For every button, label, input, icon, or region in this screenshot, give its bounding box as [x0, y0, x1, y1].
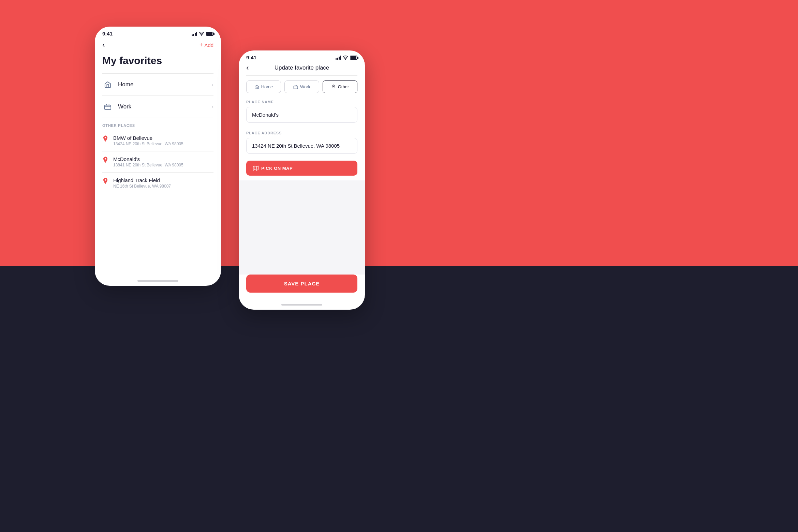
phone1-header: ‹ + Add	[95, 38, 221, 54]
bmw-place-item[interactable]: BMW of Bellevue 13424 NE 20th St Bellevu…	[95, 130, 221, 151]
pin-icon-mcdonalds	[102, 157, 108, 164]
mcdonalds-name: McDonald's	[113, 156, 183, 162]
pick-on-map-button[interactable]: PICK ON MAP	[246, 161, 357, 176]
wifi-icon-2	[343, 56, 348, 60]
work-arrow-icon: ›	[212, 104, 213, 109]
pin-icon-highland	[102, 178, 108, 185]
phone2-nav: ‹ Update favorite place	[239, 62, 365, 75]
add-label: Add	[204, 42, 213, 48]
work-label: Work	[118, 103, 212, 110]
home-indicator-1	[95, 276, 221, 286]
pick-map-label: PICK ON MAP	[261, 166, 293, 171]
status-icons-2	[336, 56, 358, 60]
battery-icon-2	[350, 56, 357, 60]
type-work-label: Work	[300, 84, 310, 89]
place-name-section: PLACE NAME	[239, 98, 365, 125]
background-bottom	[0, 266, 798, 532]
home-icon	[102, 79, 113, 90]
bmw-place-info: BMW of Bellevue 13424 NE 20th St Bellevu…	[113, 135, 183, 146]
home-label: Home	[118, 81, 212, 88]
bmw-name: BMW of Bellevue	[113, 135, 183, 141]
map-area	[239, 180, 365, 275]
place-address-section: PLACE ADDRESS	[239, 129, 365, 156]
other-places-label: OTHER PLACES	[95, 118, 221, 130]
place-name-input[interactable]	[246, 107, 357, 123]
highland-address: NE 16th St Bellevue, WA 98007	[113, 184, 171, 189]
home-arrow-icon: ›	[212, 82, 213, 87]
home-favorite-item[interactable]: Home ›	[95, 74, 221, 95]
type-home-label: Home	[261, 84, 273, 89]
add-plus-icon: +	[200, 42, 203, 49]
mcdonalds-place-item[interactable]: McDonald's 13841 NE 20th St Bellevue, WA…	[95, 151, 221, 172]
highland-place-item[interactable]: Highland Track Field NE 16th St Bellevue…	[95, 173, 221, 193]
place-address-label: PLACE ADDRESS	[246, 131, 357, 135]
mcdonalds-place-info: McDonald's 13841 NE 20th St Bellevue, WA…	[113, 156, 183, 167]
save-place-button[interactable]: SAVE PLACE	[246, 275, 357, 293]
back-button-2[interactable]: ‹	[246, 63, 249, 72]
svg-point-3	[333, 86, 334, 87]
place-address-input[interactable]	[246, 138, 357, 154]
highland-place-info: Highland Track Field NE 16th St Bellevue…	[113, 177, 171, 189]
update-place-title: Update favorite place	[275, 64, 329, 71]
svg-rect-2	[294, 86, 298, 89]
wifi-icon-1	[199, 32, 204, 36]
type-other-button[interactable]: Other	[323, 80, 357, 93]
home-indicator-2	[239, 299, 365, 310]
page-title: My favorites	[95, 54, 221, 73]
work-favorite-item[interactable]: Work ›	[95, 96, 221, 118]
status-bar-2: 9:41	[239, 50, 365, 62]
work-icon	[102, 101, 113, 112]
highland-name: Highland Track Field	[113, 177, 171, 183]
type-other-label: Other	[338, 84, 349, 89]
add-button[interactable]: + Add	[200, 42, 213, 49]
svg-rect-0	[105, 105, 111, 109]
status-time-2: 9:41	[246, 55, 256, 60]
bmw-address: 13424 NE 20th St Bellevue, WA 98005	[113, 142, 183, 146]
battery-icon-1	[206, 32, 213, 36]
status-icons-1	[192, 32, 214, 36]
signal-icon-2	[336, 56, 341, 60]
back-button-1[interactable]: ‹	[102, 41, 105, 49]
phone1: 9:41 ‹ + Add My favorites Ho	[95, 27, 221, 286]
type-selector: Home Work Other	[239, 76, 365, 98]
status-time-1: 9:41	[102, 31, 113, 36]
type-work-button[interactable]: Work	[284, 80, 319, 93]
signal-icon-1	[192, 32, 197, 36]
pin-icon-bmw	[102, 135, 108, 143]
phone2: 9:41 ‹ Update favorite place Home	[239, 50, 365, 310]
mcdonalds-address: 13841 NE 20th St Bellevue, WA 98005	[113, 163, 183, 167]
status-bar-1: 9:41	[95, 27, 221, 38]
type-home-button[interactable]: Home	[246, 80, 281, 93]
place-name-label: PLACE NAME	[246, 100, 357, 104]
